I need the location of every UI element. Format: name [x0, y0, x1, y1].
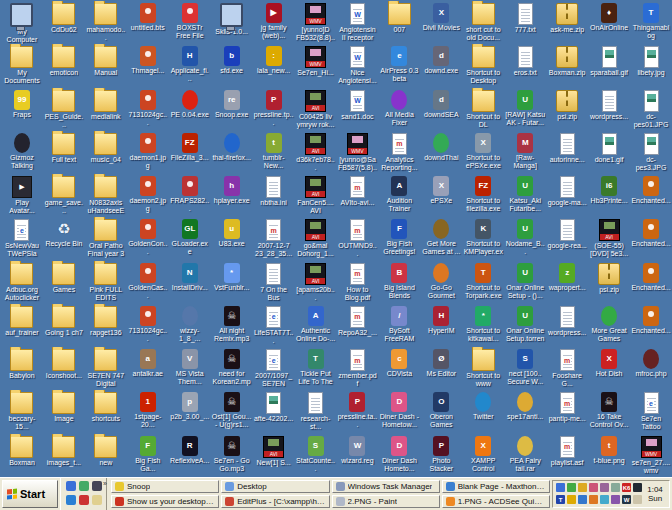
desktop-icon[interactable]: eAirPress 0.3 beta: [378, 44, 420, 87]
desktop-icon[interactable]: U[RAW] Katsu AK - Futar...: [504, 88, 546, 131]
launch-browser-icon[interactable]: [66, 495, 76, 505]
desktop-icon[interactable]: Ppressline.ta...: [337, 390, 379, 433]
desktop-icon[interactable]: XXAMPP Control Panel: [462, 434, 504, 477]
desktop-icon[interactable]: bsfd.exe: [211, 44, 253, 87]
quick-launch-overflow-chevron[interactable]: »: [103, 480, 107, 487]
desktop-icon[interactable]: new: [85, 434, 127, 477]
desktop-icon[interactable]: Iconshoot...: [43, 347, 85, 390]
desktop-icon[interactable]: AVINew[1] S...: [253, 434, 295, 477]
desktop-icon[interactable]: spe17anti...: [504, 390, 546, 433]
desktop-icon[interactable]: ☠need for Korean2.mp3: [211, 347, 253, 390]
desktop-icon[interactable]: sparaball.gif: [588, 44, 630, 87]
desktop-icon[interactable]: mOUTMND9...: [337, 217, 379, 260]
desktop-icon[interactable]: FRAPS282...: [169, 174, 211, 217]
desktop-icon[interactable]: Twitter: [462, 390, 504, 433]
desktop-icon[interactable]: HHyperIM: [420, 304, 462, 347]
desktop-icon[interactable]: emoticon: [43, 44, 85, 87]
desktop-icon[interactable]: Games: [43, 261, 85, 304]
desktop-icon[interactable]: Going 1 ch7: [43, 304, 85, 347]
desktop-icon[interactable]: thai-firefox...: [211, 131, 253, 174]
desktop-icon[interactable]: psi.zip: [588, 261, 630, 304]
desktop-icon[interactable]: BBig Island Blends: [378, 261, 420, 304]
desktop-icon[interactable]: WMV[yunno@Sa FB587(5.8)...: [337, 131, 379, 174]
desktop-icon[interactable]: ddowndSEA: [420, 88, 462, 131]
desktop-icon[interactable]: mpantip-me...: [546, 390, 588, 433]
desktop-icon[interactable]: dc-pes3.JPG: [630, 131, 672, 174]
desktop-icon[interactable]: PES_Guide...: [43, 88, 85, 131]
desktop-icon[interactable]: ♻Recycle Bin: [43, 217, 85, 260]
desktop-icon[interactable]: Wwizard.reg: [337, 434, 379, 477]
desktop-icon[interactable]: DDiner Dash - Hometow...: [378, 390, 420, 433]
taskbar-window-button[interactable]: Desktop: [221, 480, 329, 493]
desktop-icon[interactable]: CdDu62: [43, 1, 85, 44]
desktop-icon[interactable]: ▶Play Avatar...: [1, 174, 43, 217]
desktop-icon[interactable]: Adbuc.org Autoclicker: [1, 261, 43, 304]
desktop-icon[interactable]: My Documents: [1, 44, 43, 87]
desktop-icon[interactable]: 777.txt: [504, 1, 546, 44]
desktop-icon[interactable]: Shortcut to www: [462, 347, 504, 390]
desktop-icon[interactable]: WAngiotensin II receptor bl...: [337, 1, 379, 44]
desktop-icon[interactable]: Enchanted...: [630, 217, 672, 260]
desktop-icon[interactable]: music_04: [85, 131, 127, 174]
desktop-icon[interactable]: :lala_new...: [253, 44, 295, 87]
desktop-icon[interactable]: 99Fraps: [1, 88, 43, 131]
desktop-icon[interactable]: Manual: [85, 44, 127, 87]
desktop-icon[interactable]: dc-pes01.JPG: [630, 88, 672, 131]
desktop-icon[interactable]: 7 On the Bus: [253, 261, 295, 304]
desktop-icon[interactable]: 7131024gc...: [127, 304, 169, 347]
desktop-icon[interactable]: Gizmoz Talking Headz: [1, 131, 43, 174]
desktop-icon[interactable]: i6Hb3Printe...: [588, 174, 630, 217]
desktop-icon[interactable]: OOberon Games: [420, 390, 462, 433]
desktop-icon[interactable]: Shortcut to Desktop: [462, 44, 504, 87]
desktop-icon[interactable]: SStatCounte...: [295, 434, 337, 477]
desktop-icon[interactable]: AVIC00425 liv ymryw rok...: [295, 88, 337, 131]
desktop-icon[interactable]: WNice Angiotensi...: [337, 44, 379, 87]
desktop-icon[interactable]: game_save...: [43, 174, 85, 217]
desktop-icon[interactable]: /BySoft FreeRAM: [378, 304, 420, 347]
tray-chat-icon[interactable]: [611, 495, 620, 504]
tray-k6-icon[interactable]: K6: [622, 483, 631, 492]
desktop-icon[interactable]: XShortcut to ePSXe.exe: [462, 131, 504, 174]
tray-language-icon[interactable]: T: [556, 495, 565, 504]
desktop-icon[interactable]: AVI(SOE-55) [DVD] 5e3...: [588, 217, 630, 260]
desktop-icon[interactable]: mFooshare G...: [546, 347, 588, 390]
desktop-icon[interactable]: e2007/1097_ SE7EN hell...: [253, 347, 295, 390]
desktop-icon[interactable]: mahamodo...: [85, 1, 127, 44]
desktop-icon[interactable]: images_t...: [43, 434, 85, 477]
desktop-icon[interactable]: mplaylist.asf: [546, 434, 588, 477]
taskbar-window-button[interactable]: EditPlus - [C:\xampp\htd...: [221, 495, 329, 508]
desktop-icon[interactable]: Enchanted...: [630, 304, 672, 347]
desktop-icon[interactable]: 007: [378, 1, 420, 44]
desktop-icon[interactable]: ttumblr-New...: [253, 131, 295, 174]
desktop-icon[interactable]: pp2b_3.00_...: [169, 390, 211, 433]
desktop-icon[interactable]: More Great Games: [588, 304, 630, 347]
desktop-icon[interactable]: SE7EN 747 Digital Single: [85, 347, 127, 390]
desktop-icon[interactable]: UOnar Online Setup - ()...: [504, 261, 546, 304]
desktop-icon[interactable]: WMV[yunno]D FB532(8.8)...: [295, 1, 337, 44]
desktop-icon[interactable]: research-st...: [295, 390, 337, 433]
taskbar-window-button[interactable]: Windows Task Manager: [332, 480, 440, 493]
desktop-icon[interactable]: wordpress...: [588, 88, 630, 131]
launch-media-icon[interactable]: [79, 495, 89, 505]
desktop-icon[interactable]: AVIgo&mal Dohorg_1...: [295, 217, 337, 260]
tray-download-icon[interactable]: [589, 495, 598, 504]
launch-notes-icon[interactable]: [92, 495, 102, 505]
tray-flower-icon[interactable]: [633, 483, 642, 492]
desktop-icon[interactable]: mAVIto-avi...: [337, 174, 379, 217]
desktop-icon[interactable]: *Shortcut to kitkawai...: [462, 304, 504, 347]
launch-document-icon[interactable]: [66, 481, 76, 491]
desktop-icon[interactable]: ☠All night Remix.mp3: [211, 304, 253, 347]
desktop-icon[interactable]: RReflexiveA...: [169, 434, 211, 477]
desktop-icon[interactable]: WMVSe7en_Hi...: [295, 44, 337, 87]
desktop-icon[interactable]: aantalkr.ae: [127, 347, 169, 390]
desktop-icon[interactable]: afte-42202...: [253, 390, 295, 433]
desktop-icon[interactable]: eSsNewVau TWePSla: [1, 217, 43, 260]
tray-network-icon[interactable]: [611, 483, 620, 492]
desktop-icon[interactable]: done1.gif: [588, 131, 630, 174]
taskbar-window-button[interactable]: Blank Page - Maxthon 2 ...: [442, 480, 550, 493]
desktop-icon[interactable]: medialink: [85, 88, 127, 131]
desktop-icon[interactable]: Ppressline.tp...: [253, 88, 295, 131]
desktop-icon[interactable]: AVId36k7eb78...: [295, 131, 337, 174]
tray-update-icon[interactable]: [556, 483, 565, 492]
desktop-icon[interactable]: rapget136: [85, 304, 127, 347]
